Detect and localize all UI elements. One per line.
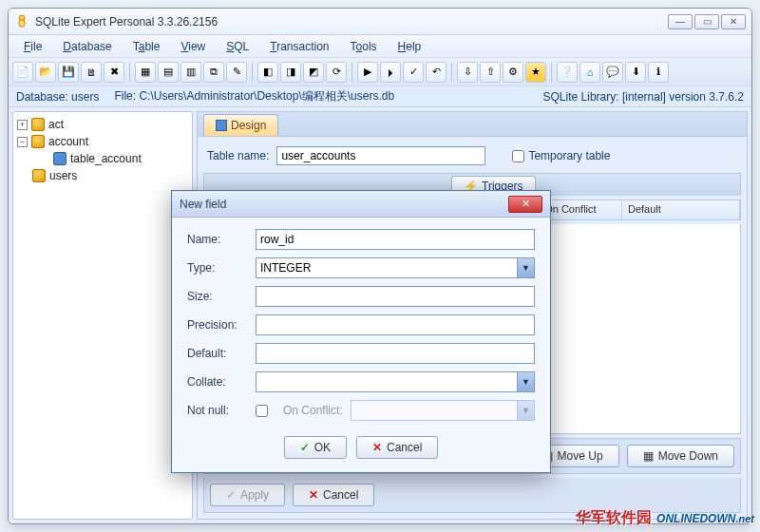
cross-icon: ✕	[309, 488, 318, 502]
tb-newtable-icon[interactable]: ▦	[135, 62, 156, 83]
tb-about-icon[interactable]: ℹ	[648, 62, 669, 83]
menu-view[interactable]: View	[171, 37, 215, 56]
menu-transaction[interactable]: Transaction	[260, 37, 338, 56]
field-default-input[interactable]	[256, 343, 535, 364]
tree-label: account	[48, 135, 88, 148]
field-type-row: Type: ▼	[187, 257, 535, 278]
tb-run-icon[interactable]: ⏵	[380, 62, 401, 83]
tb-renametable-icon[interactable]: ✎	[226, 62, 247, 83]
tb-save-icon[interactable]: 💾	[58, 62, 79, 83]
database-icon	[31, 118, 45, 131]
dialog-body: Name: Type: ▼ Size: Precision: Default: …	[172, 218, 550, 472]
dialog-close-button[interactable]: ✕	[508, 196, 542, 213]
menu-sql[interactable]: SQL	[217, 37, 258, 56]
window-controls: — ▭ ✕	[668, 14, 746, 29]
menubar: File Database Table View SQL Transaction…	[9, 35, 751, 58]
tb-refresh-icon[interactable]: ⟳	[326, 62, 347, 83]
tree-label: table_account	[70, 152, 142, 165]
tree-node-table-account[interactable]: table_account	[17, 150, 188, 167]
tb-export-icon[interactable]: ⇧	[480, 62, 501, 83]
tb-saveas-icon[interactable]: 🗎	[81, 62, 102, 83]
table-name-label: Table name:	[207, 149, 269, 162]
tb-deltable-icon[interactable]: ▥	[180, 62, 201, 83]
field-size-input[interactable]	[256, 286, 535, 307]
field-default-row: Default:	[187, 343, 535, 364]
watermark: 华军软件园 ONLINEDOWN.net	[576, 507, 754, 528]
check-icon: ✓	[226, 488, 236, 502]
window-title: SQLite Expert Personal 3.3.26.2156	[35, 15, 668, 28]
field-notnull-row: Not null: On Conflict: ▼	[187, 400, 535, 421]
minimize-button[interactable]: —	[668, 14, 693, 29]
field-collate-label: Collate:	[187, 375, 248, 389]
dropdown-icon[interactable]: ▼	[517, 372, 534, 391]
tree-node-account[interactable]: − account	[17, 133, 188, 150]
menu-table[interactable]: Table	[124, 37, 170, 56]
field-notnull-checkbox[interactable]	[256, 405, 268, 417]
maximize-button[interactable]: ▭	[694, 14, 719, 29]
ok-button[interactable]: ✓OK	[284, 436, 347, 459]
db-tree: + act − account table_account users	[12, 111, 193, 520]
tb-update-icon[interactable]: ⬇	[625, 62, 646, 83]
tb-close-icon[interactable]: ✖	[104, 62, 124, 83]
tb-editview-icon[interactable]: ◨	[280, 62, 301, 83]
field-collate-combo[interactable]: ▼	[256, 371, 535, 392]
field-name-input[interactable]	[256, 229, 535, 250]
field-type-combo[interactable]: ▼	[256, 257, 535, 278]
field-collate-input[interactable]	[256, 371, 535, 392]
db-label: Database: users	[16, 90, 99, 104]
dropdown-icon: ▼	[517, 401, 534, 420]
close-button[interactable]: ✕	[721, 14, 746, 29]
field-collate-row: Collate: ▼	[187, 371, 535, 392]
menu-database[interactable]: Database	[53, 37, 121, 56]
field-default-label: Default:	[187, 347, 248, 360]
tb-copytable-icon[interactable]: ⧉	[203, 62, 224, 83]
svg-rect-1	[19, 20, 25, 27]
tb-vacuum-icon[interactable]: ⚙	[503, 62, 523, 83]
tb-import-icon[interactable]: ⇩	[457, 62, 478, 83]
field-name-label: Name:	[187, 233, 248, 246]
tb-sep	[352, 63, 352, 82]
tb-newview-icon[interactable]: ◧	[257, 62, 278, 83]
app-icon	[14, 14, 29, 29]
field-precision-input[interactable]	[256, 314, 535, 335]
temporary-checkbox-input[interactable]	[512, 150, 524, 162]
field-notnull-label: Not null:	[187, 404, 248, 417]
tb-rollback-icon[interactable]: ↶	[426, 62, 446, 83]
tree-node-act[interactable]: + act	[17, 116, 188, 133]
collapse-icon[interactable]: −	[17, 137, 28, 147]
table-name-input[interactable]	[276, 146, 485, 165]
grid-icon	[216, 120, 227, 131]
lib-label: SQLite Library: [internal] version 3.7.6…	[543, 90, 744, 104]
menu-help[interactable]: Help	[389, 37, 431, 56]
tb-commit-icon[interactable]: ✓	[403, 62, 424, 83]
tb-home-icon[interactable]: ⌂	[580, 62, 600, 83]
menu-file[interactable]: File	[14, 37, 51, 56]
tab-design[interactable]: Design	[203, 114, 278, 136]
dialog-cancel-button[interactable]: ✕Cancel	[356, 436, 438, 459]
tb-check-icon[interactable]: ★	[525, 62, 546, 83]
menu-tools[interactable]: Tools	[341, 37, 387, 56]
dialog-title: New field	[180, 198, 508, 211]
tb-delview-icon[interactable]: ◩	[303, 62, 324, 83]
dialog-titlebar[interactable]: New field ✕	[172, 191, 550, 218]
tb-sep	[129, 63, 130, 82]
tb-open-icon[interactable]: 📂	[35, 62, 56, 83]
field-type-input[interactable]	[256, 257, 535, 278]
table-icon	[53, 152, 66, 165]
main-tabs: Design	[197, 111, 748, 136]
file-label: File: C:\Users\Administrator\Desktop\编程相…	[114, 88, 394, 104]
onconflict-combo: ▼	[351, 400, 535, 421]
dropdown-icon[interactable]: ▼	[517, 258, 534, 277]
tb-sql-icon[interactable]: ▶	[357, 62, 378, 83]
expand-icon[interactable]: +	[17, 120, 28, 130]
cancel-button[interactable]: ✕Cancel	[293, 484, 374, 506]
tree-node-users[interactable]: users	[17, 167, 188, 184]
field-precision-row: Precision:	[187, 314, 535, 335]
temporary-checkbox[interactable]: Temporary table	[512, 149, 610, 162]
apply-button[interactable]: ✓Apply	[210, 484, 285, 506]
tb-edittable-icon[interactable]: ▤	[158, 62, 179, 83]
tb-forum-icon[interactable]: 💬	[602, 62, 623, 83]
movedown-button[interactable]: ▦Move Down	[627, 445, 734, 467]
tb-help-icon[interactable]: ❔	[557, 62, 578, 83]
tb-new-icon[interactable]: 📄	[12, 62, 33, 83]
